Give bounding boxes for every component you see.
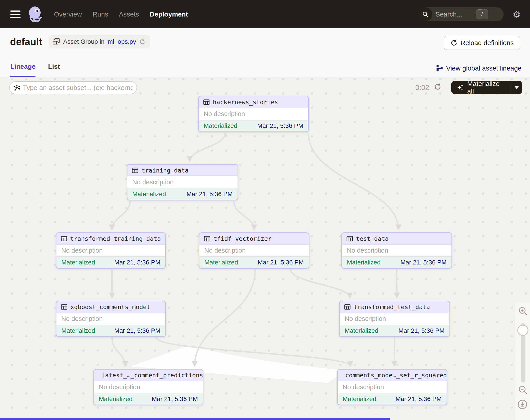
tabs: Lineage List [10,63,60,77]
asset-group-badge: Asset Group in ml_ops.py [49,35,150,48]
page-header: default Asset Group in ml_ops.py Reload … [0,28,530,77]
nav-links: Overview Runs Assets Deployment [54,11,188,18]
materialization-timestamp[interactable]: Mar 21, 5:36 PM [400,259,447,266]
lineage-icon [436,65,443,72]
materialization-timestamp[interactable]: Mar 21, 5:36 PM [152,395,198,403]
asset-node-header: hackernews_stories [199,96,308,108]
status-badge: Materialized [204,122,237,129]
table-icon [344,304,351,310]
asset-description: No description [340,313,449,325]
asset-node-header: transformed_test_data [340,301,449,313]
materialization-timestamp[interactable]: Mar 21, 5:36 PM [114,259,160,266]
asset-status-bar: Materialized Mar 21, 5:36 PM [338,393,447,405]
gear-icon[interactable]: ⚙ [513,10,521,19]
stacked-table-icon [52,38,60,45]
table-icon [61,304,67,310]
asset-status-bar: Materialized Mar 21, 5:36 PM [57,256,165,268]
asset-node-header: transformed_training_data [57,233,165,245]
dagster-logo-icon[interactable] [26,5,43,23]
status-badge: Materialized [132,191,166,198]
asset-status-bar: Materialized Mar 21, 5:36 PM [342,256,452,268]
asset-filter[interactable] [9,81,137,94]
asset-name: latest_…_comment_predictions [102,372,203,379]
asset-description: No description [94,381,203,393]
asset-description: No description [338,381,447,393]
reload-icon [450,39,457,46]
asset-node-header: latest_…_comment_predictions [94,370,203,381]
asset-node[interactable]: transformed_test_data No description Mat… [339,300,450,337]
asset-description: No description [57,313,165,325]
refresh-timer: 0:02 [415,83,429,92]
materialize-all-split-button: Materialize all [451,81,522,94]
asset-status-bar: Materialized Mar 21, 5:36 PM [57,325,165,336]
table-icon [203,99,210,105]
tab-list[interactable]: List [48,63,60,77]
asset-description: No description [199,108,308,120]
dagster-app: Overview Runs Assets Deployment / ⚙ defa… [0,0,530,420]
status-badge: Materialized [61,327,95,334]
table-icon [204,235,210,242]
asset-node-header: training_data [127,165,237,176]
page-title: default [10,36,42,47]
status-badge: Materialized [347,259,381,266]
materialization-timestamp[interactable]: Mar 21, 5:36 PM [396,395,442,403]
asset-node[interactable]: comments_mode…_set_r_squared No descript… [337,369,447,405]
asset-status-bar: Materialized Mar 21, 5:36 PM [94,393,203,405]
tab-lineage[interactable]: Lineage [10,63,35,77]
status-badge: Materialized [61,259,95,266]
hamburger-menu-icon[interactable] [10,11,20,18]
materialization-timestamp[interactable]: Mar 21, 5:36 PM [187,191,233,198]
nav-link-deployment[interactable]: Deployment [150,11,188,18]
materialization-timestamp[interactable]: Mar 21, 5:36 PM [114,327,160,334]
asset-name: hackernews_stories [213,99,278,105]
materialize-all-button[interactable]: Materialize all [451,80,511,95]
badge-file-link[interactable]: ml_ops.py [107,38,136,45]
asset-status-bar: Materialized Mar 21, 5:36 PM [340,325,449,336]
materialization-timestamp[interactable]: Mar 21, 5:36 PM [257,122,303,129]
asset-status-bar: Materialized Mar 21, 5:36 PM [127,188,237,200]
view-global-asset-lineage-link[interactable]: View global asset lineage [436,64,522,72]
asset-node-header: xgboost_comments_model [57,301,165,313]
asset-node[interactable]: test_data No description Materialized Ma… [341,232,452,269]
asset-node-header: test_data [342,233,452,245]
asset-node[interactable]: training_data No description Materialize… [127,164,238,200]
badge-text: Asset Group in [63,38,104,45]
reload-definitions-button[interactable]: Reload definitions [444,36,521,50]
asset-selector-icon [14,84,20,91]
chevron-down-icon [514,86,519,89]
asset-node-header: comments_mode…_set_r_squared [338,370,447,381]
status-badge: Materialized [343,395,376,403]
nav-link-overview[interactable]: Overview [54,11,82,18]
asset-name: xgboost_comments_model [71,303,150,310]
status-badge: Materialized [99,395,132,403]
graph-refresh-icon[interactable] [434,83,442,91]
asset-name: tfidf_vectorizer [213,235,271,242]
asset-description: No description [199,245,309,256]
asset-name: transformed_test_data [354,303,430,310]
asset-node[interactable]: tfidf_vectorizer No description Material… [199,232,309,269]
badge-reload-icon[interactable] [139,39,146,45]
materialization-timestamp[interactable]: Mar 21, 5:36 PM [258,259,304,266]
asset-node[interactable]: latest_…_comment_predictions No descript… [93,369,204,405]
asset-name: comments_mode…_set_r_squared [345,372,447,379]
search-input[interactable] [435,11,480,18]
asset-node-header: tfidf_vectorizer [199,233,309,245]
horizontal-scroll-indicator[interactable] [0,418,390,420]
asset-node[interactable]: xgboost_comments_model No description Ma… [56,300,166,337]
table-icon [132,167,138,174]
nav-link-runs[interactable]: Runs [93,11,108,18]
table-icon [346,235,353,242]
asset-status-bar: Materialized Mar 21, 5:36 PM [199,120,308,132]
asset-node[interactable]: transformed_training_data No description… [56,232,166,269]
nav-link-assets[interactable]: Assets [119,11,139,18]
asset-filter-input[interactable] [23,84,132,91]
status-badge: Materialized [345,327,378,334]
asset-name: transformed_training_data [70,235,161,242]
asset-description: No description [127,176,237,188]
search-shortcut-key: / [476,9,488,19]
asset-node[interactable]: hackernews_stories No description Materi… [198,96,309,132]
search-icon [418,7,432,21]
global-search[interactable]: / [418,7,504,21]
materialize-options-dropdown[interactable] [511,86,522,89]
materialization-timestamp[interactable]: Mar 21, 5:36 PM [398,327,444,334]
